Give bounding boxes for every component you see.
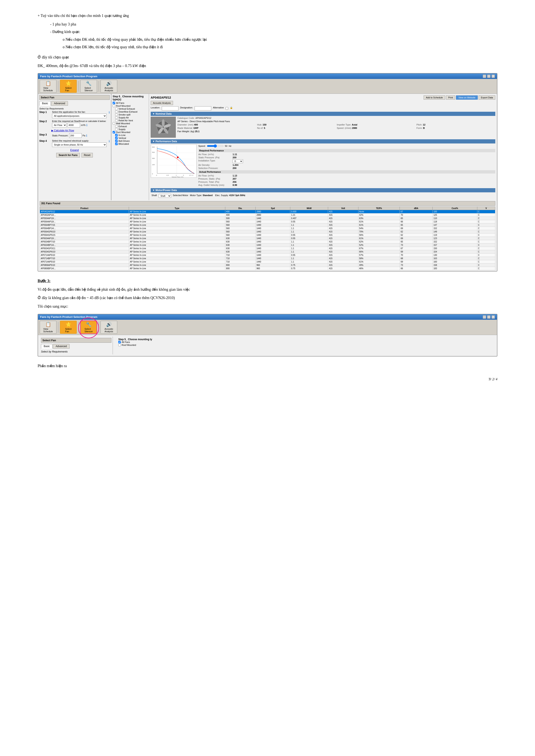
table-cell-dia: 400 (225, 210, 255, 213)
step3-row: Step 3 Static Pressure: Pa ℹ (39, 133, 110, 138)
static-pressure-input[interactable] (69, 133, 82, 138)
wall-mounted-checkbox[interactable] (113, 122, 115, 125)
table-row[interactable]: AP0564BP7/15AP Series In-Line56014401.14… (40, 224, 495, 227)
view-schedule-btn[interactable]: 📋 ViewSchedule (40, 80, 56, 93)
table-row[interactable]: AP0504AP10/...AP Series In-Line50014400.… (40, 217, 495, 220)
table-cell-volt: 415 (328, 217, 358, 220)
app2-view-schedule-btn[interactable]: 📋 ViewSchedule (40, 321, 56, 334)
table-row[interactable]: AP0402AP10/...AP Series In-Line40028801.… (40, 213, 495, 217)
alternative-checkbox[interactable] (225, 106, 228, 111)
airflow-req-label: Air Flow: (m³/s) (198, 153, 232, 156)
shaft-label: Shaft (152, 194, 157, 198)
tab-advanced[interactable]: Advanced (51, 101, 68, 106)
location-input[interactable] (162, 106, 179, 111)
table-row[interactable]: AP0806AP5/10AP Series In-Line8009600.754… (40, 263, 495, 267)
belt-checkbox[interactable] (115, 140, 118, 142)
expand-link[interactable]: Expand (70, 149, 79, 151)
flow-type-select[interactable]: Air Flow (52, 123, 67, 127)
step3-help-icon[interactable]: ℹ (86, 134, 87, 137)
app2-acoustic-btn[interactable]: 🔊 AcousticAnalysis (100, 321, 117, 334)
nominal-data-header[interactable]: ▼ Nominal Data (151, 112, 495, 116)
table-cell-volt: 415 (328, 224, 358, 227)
performance-header[interactable]: ▼ Performance Data (151, 139, 495, 144)
table-cell-cost: 152 (433, 227, 477, 230)
select-fan-btn[interactable]: ⭐ SelectFan (60, 80, 77, 93)
table-row[interactable]: AP0714AP5/10AP Series In-Line71014401.14… (40, 260, 495, 263)
table-row[interactable]: AP0714BP7/10AP Series In-Line71014401.14… (40, 257, 495, 260)
step4-help-icon[interactable]: ℹ (109, 140, 110, 143)
search-fans-btn[interactable]: Search for Fans (56, 153, 80, 157)
table-row[interactable]: AP0806BP14/...AP Series In-Line8009600.7… (40, 267, 495, 270)
roof-mounted-checkbox[interactable] (113, 105, 115, 107)
app2-restore-btn[interactable]: □ (487, 315, 491, 319)
install-select[interactable]: D (233, 159, 243, 163)
app2-main: Select Fan Basic Advanced Select by Requ… (38, 335, 497, 356)
table-cell-mkw: 1.1 (290, 257, 328, 260)
tab-basic[interactable]: Basic (39, 101, 51, 106)
restore-btn[interactable]: □ (487, 74, 491, 78)
select-silencer-btn[interactable]: 🔧 SelectSilencer (80, 80, 97, 93)
app2-select-silencer-btn[interactable]: 🔧 SelectSilencer (80, 321, 97, 334)
flow-value-input[interactable] (68, 123, 80, 127)
relief-checkbox[interactable] (115, 119, 118, 122)
close-btn[interactable]: ✕ (492, 74, 495, 78)
vertical-checkbox[interactable] (115, 137, 118, 139)
designation-input[interactable] (195, 106, 211, 111)
motor-header[interactable]: ▼ Motor/Power Data (151, 188, 495, 192)
app2-roof-checkbox[interactable] (118, 344, 121, 346)
app-window-2: Fans by Fantech Product Selection Progra… (38, 314, 497, 357)
step4-select[interactable]: Single or three phase, 50 Hz (52, 143, 107, 147)
supply-air-checkbox[interactable] (115, 116, 118, 119)
table-cell-dba: 69 (400, 260, 433, 263)
supply2-checkbox[interactable] (115, 128, 118, 130)
step1-select[interactable]: All applications/purposes (52, 114, 107, 118)
print-btn[interactable]: Print (446, 95, 455, 100)
lock-icon[interactable]: 🔒 (230, 106, 233, 111)
view-website-btn[interactable]: View on Website (456, 95, 478, 100)
app2-select-fan-btn[interactable]: ⭐ SelectFan (60, 321, 77, 334)
step1-help-icon[interactable]: ℹ (109, 111, 110, 114)
all-fans-checkbox[interactable] (113, 102, 115, 104)
step2-help-icon[interactable]: ℹ (86, 123, 87, 127)
app2-tab-advanced[interactable]: Advanced (53, 344, 70, 349)
vert-exhaust-checkbox[interactable] (115, 108, 118, 110)
bifurcated-checkbox[interactable] (115, 143, 118, 145)
duct-checkbox[interactable] (113, 131, 115, 133)
table-row[interactable]: AP0564BP14/...AP Series In-Line56014401.… (40, 227, 495, 230)
table-row[interactable]: AP0564GP5/15AP Series In-Line56014400.55… (40, 233, 495, 237)
table-row[interactable]: AP0564AP10/...AP Series In-Line56014400.… (40, 220, 495, 224)
acoustic-analysis-btn[interactable]: 🔊 AcousticAnalysis (100, 80, 117, 93)
app2-minimize-btn[interactable]: _ (483, 315, 486, 319)
table-row[interactable]: AP0564GP6/10AP Series In-Line56014401.14… (40, 230, 495, 233)
table-row[interactable]: AP0714AP5/10AP Series In-Line71014400.55… (40, 254, 495, 257)
table-row[interactable]: AP0402AP5/12AP Series In-Line40028800.60… (40, 210, 495, 213)
table-cell-volt: 415 (328, 244, 358, 247)
step5-duct-sub: In-Line Vertical Belt Driven Bifurcated (115, 134, 148, 145)
app2-all-fans-checkbox[interactable] (118, 341, 121, 343)
table-row[interactable]: AP0634AP10/...AP Series In-Line63014400.… (40, 237, 495, 240)
minimize-btn[interactable]: _ (483, 74, 486, 78)
speed-slider[interactable] (207, 144, 224, 148)
select-silencer-label: SelectSilencer (84, 87, 93, 92)
results-table-wrap[interactable]: Product Type Dia. Spd MkW Volt TEff% dBA… (40, 206, 495, 270)
app2-tab-basic[interactable]: Basic (41, 344, 52, 349)
smoke-checkbox[interactable] (115, 113, 118, 116)
add-schedule-btn[interactable]: Add to Schedule (424, 95, 445, 100)
table-cell-mkw: 0.600 (290, 210, 328, 213)
export-data-btn[interactable]: Export Data (479, 95, 495, 100)
app2-close-btn[interactable]: ✕ (492, 315, 495, 319)
acoustic-analysis-btn-right[interactable]: Acoustic Analysis (151, 101, 173, 105)
table-row[interactable]: AP0634BP14/...AP Series In-Line63014401.… (40, 244, 495, 247)
exhaust-checkbox[interactable] (115, 125, 118, 128)
calc-link-wrap: ▶ Calculate Air Flow (51, 129, 110, 132)
table-row[interactable]: AP0634GP6/10AP Series In-Line63014401.14… (40, 250, 495, 254)
downflow-checkbox[interactable] (115, 111, 118, 113)
shaft-select[interactable]: Shaft (158, 194, 171, 198)
speed-value: 2880 (352, 127, 357, 129)
table-row[interactable]: AP0634BP7/10AP Series In-Line63014401.14… (40, 240, 495, 244)
table-row[interactable]: AP0634GP3/11AP Series In-Line63014401.14… (40, 247, 495, 250)
calc-air-flow-link[interactable]: ▶ Calculate Air Flow (51, 129, 74, 132)
inline-checkbox[interactable] (115, 134, 118, 136)
acoustic-icon: 🔊 (106, 81, 112, 86)
reset-btn[interactable]: Reset (81, 153, 93, 157)
